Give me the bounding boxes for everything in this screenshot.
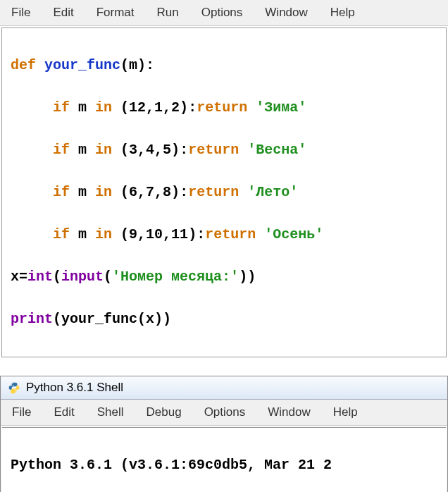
code-line-1: def your_func(m): xyxy=(11,55,437,76)
keyword-in: in xyxy=(95,99,112,116)
code-line-3: if m in (3,4,5):return 'Весна' xyxy=(11,140,437,161)
shell-menu-edit[interactable]: Edit xyxy=(42,402,85,422)
python-icon xyxy=(8,381,20,394)
keyword-return: return xyxy=(188,142,239,158)
string: 'Осень' xyxy=(264,226,323,242)
keyword-in: in xyxy=(95,226,112,242)
code-line-4: if m in (6,7,8):return 'Лето' xyxy=(11,182,437,203)
shell-menubar: File Edit Shell Debug Options Window Hel… xyxy=(1,400,447,426)
ident-x: x xyxy=(146,311,154,327)
string: 'Номер месяца:' xyxy=(112,269,239,285)
builtin-input: input xyxy=(61,269,104,285)
builtin-int: int xyxy=(27,269,53,285)
ident-m: m xyxy=(78,142,87,158)
shell-menu-window[interactable]: Window xyxy=(256,402,321,422)
paren: )) xyxy=(239,269,256,285)
code-line-5: if m in (9,10,11):return 'Осень' xyxy=(11,224,437,245)
keyword-return: return xyxy=(197,99,247,116)
shell-menu-options[interactable]: Options xyxy=(193,402,257,422)
colon: : xyxy=(197,226,205,242)
shell-menu-debug[interactable]: Debug xyxy=(135,402,193,422)
menu-help[interactable]: Help xyxy=(319,3,366,23)
ident-m: m xyxy=(78,226,87,242)
tuple: (12,1,2) xyxy=(120,99,188,116)
tuple: (9,10,11) xyxy=(120,226,197,242)
menu-run[interactable]: Run xyxy=(146,3,190,23)
keyword-if: if xyxy=(53,184,70,200)
paren: ( xyxy=(53,269,61,285)
menu-options[interactable]: Options xyxy=(190,3,254,23)
code-editor[interactable]: def your_func(m): if m in (12,1,2):retur… xyxy=(1,27,447,357)
menu-edit[interactable]: Edit xyxy=(42,3,85,23)
menu-format[interactable]: Format xyxy=(85,3,146,23)
function-call: your_func xyxy=(61,311,137,327)
shell-window: Python 3.6.1 Shell File Edit Shell Debug… xyxy=(0,376,448,492)
code-line-6: x=int(input('Номер месяца:')) xyxy=(11,266,437,288)
paren: ( xyxy=(137,311,146,327)
ident-m: m xyxy=(78,184,87,200)
function-name: your_func xyxy=(44,57,120,73)
shell-menu-shell[interactable]: Shell xyxy=(86,402,135,422)
tuple: (6,7,8) xyxy=(120,184,180,200)
string: 'Лето' xyxy=(247,184,298,200)
code-line-2: if m in (12,1,2):return 'Зима' xyxy=(11,97,437,118)
tuple: (3,4,5) xyxy=(120,142,180,158)
shell-content[interactable]: Python 3.6.1 (v3.6.1:69c0db5, Mar 21 2 o… xyxy=(2,427,446,492)
paren: ( xyxy=(104,269,112,285)
keyword-if: if xyxy=(53,142,70,158)
colon: : xyxy=(180,142,188,158)
equals: = xyxy=(19,269,27,285)
keyword-if: if xyxy=(53,99,70,116)
ident-m: m xyxy=(78,99,87,116)
keyword-return: return xyxy=(188,184,239,200)
keyword-in: in xyxy=(95,142,112,158)
ident-x: x xyxy=(11,269,19,285)
menu-window[interactable]: Window xyxy=(254,3,318,23)
paren: ( xyxy=(53,311,61,327)
shell-titlebar: Python 3.6.1 Shell xyxy=(1,376,447,400)
colon: : xyxy=(188,99,197,116)
colon: : xyxy=(180,184,188,200)
shell-title: Python 3.6.1 Shell xyxy=(26,381,123,395)
shell-version-line: Python 3.6.1 (v3.6.1:69c0db5, Mar 21 2 xyxy=(11,455,437,476)
string: 'Весна' xyxy=(247,142,306,158)
string: 'Зима' xyxy=(256,99,306,116)
keyword-def: def xyxy=(11,57,36,73)
builtin-print: print xyxy=(11,311,53,327)
shell-menu-help[interactable]: Help xyxy=(322,402,369,422)
paren: )) xyxy=(154,311,171,327)
keyword-if: if xyxy=(53,226,70,242)
keyword-in: in xyxy=(95,184,112,200)
keyword-return: return xyxy=(205,226,256,242)
editor-menubar: File Edit Format Run Options Window Help xyxy=(0,0,448,26)
menu-file[interactable]: File xyxy=(0,3,42,23)
params: (m): xyxy=(120,57,154,73)
code-line-7: print(your_func(x)) xyxy=(11,309,437,330)
shell-menu-file[interactable]: File xyxy=(1,402,42,422)
